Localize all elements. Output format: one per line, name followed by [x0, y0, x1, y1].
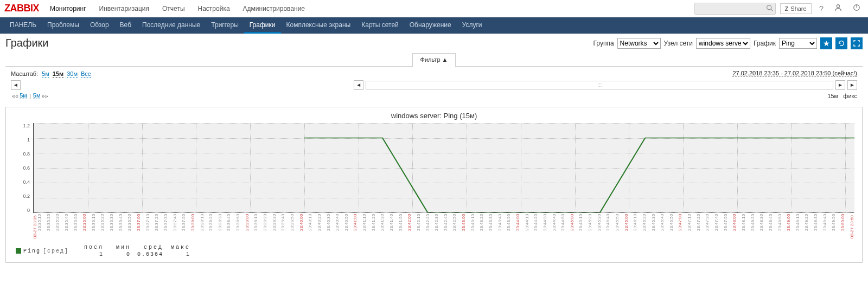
- subnav-item-4[interactable]: Последние данные: [137, 17, 206, 34]
- quick-back-5m[interactable]: 5м: [20, 92, 27, 99]
- user-icon[interactable]: [831, 4, 845, 13]
- scale-opt-15м[interactable]: 15м: [53, 70, 63, 78]
- x-tick: 23:38:10: [200, 214, 209, 238]
- fast-back[interactable]: ««: [12, 93, 18, 99]
- x-tick: 23:46:30: [652, 214, 661, 238]
- help-icon[interactable]: ?: [816, 4, 827, 13]
- filter-toggle[interactable]: Фильтр ▲: [412, 53, 456, 67]
- x-tick: 23:41:00: [353, 214, 362, 238]
- topnav-item-1[interactable]: Инвентаризация: [94, 1, 155, 16]
- x-tick: 23:38:20: [209, 214, 218, 238]
- slider-handle[interactable]: :::: [366, 81, 833, 89]
- legend-col: сред: [131, 244, 163, 251]
- group-select[interactable]: Networks: [617, 38, 661, 49]
- x-tick: 23:44:10: [525, 214, 534, 238]
- graph-select[interactable]: Ping: [779, 38, 817, 49]
- subnav-item-2[interactable]: Обзор: [85, 17, 114, 34]
- x-tick: 23:39:00: [245, 214, 254, 238]
- x-tick: 23:45:20: [588, 214, 597, 238]
- x-tick: 23:48:10: [742, 214, 751, 238]
- plot-area[interactable]: [33, 123, 854, 213]
- x-tick: 23:40:50: [344, 214, 354, 238]
- graph-label: График: [754, 40, 776, 47]
- x-tick: 23:40:10: [308, 214, 317, 238]
- topnav-item-0[interactable]: Мониторинг: [44, 1, 92, 16]
- topnav-item-4[interactable]: Администрирование: [238, 1, 310, 16]
- subnav-item-5[interactable]: Триггеры: [206, 17, 244, 34]
- x-tick: 23:39:40: [281, 214, 290, 238]
- x-tick: 23:37:30: [164, 214, 173, 238]
- subnav-item-8[interactable]: Карты сетей: [356, 17, 404, 34]
- x-tick: 23:49:50: [832, 214, 841, 238]
- group-label: Группа: [593, 40, 614, 47]
- subnav-item-1[interactable]: Проблемы: [42, 17, 85, 34]
- scale-opt-30м[interactable]: 30м: [67, 70, 78, 78]
- x-tick: 23:36:10: [92, 214, 101, 238]
- x-tick: 23:39:20: [263, 214, 272, 238]
- quick-fwd-5m[interactable]: 5м: [33, 92, 41, 99]
- x-tick: 23:40:20: [317, 214, 327, 238]
- x-tick: 23:40:40: [335, 214, 344, 238]
- x-tick: 23:45:30: [597, 214, 607, 238]
- scale-opt-5м[interactable]: 5м: [42, 70, 49, 78]
- x-tick: 23:46:40: [660, 214, 669, 238]
- subnav-item-10[interactable]: Услуги: [457, 17, 488, 34]
- x-tick: 23:39:50: [290, 214, 299, 238]
- slider-right-button[interactable]: ►: [835, 80, 845, 90]
- subnav-item-3[interactable]: Веб: [114, 17, 137, 34]
- share-button[interactable]: Z Share: [780, 3, 812, 14]
- host-label: Узел сети: [664, 40, 693, 47]
- x-tick: 23:49:20: [805, 214, 814, 238]
- scale-label: Масштаб:: [11, 70, 38, 77]
- x-tick: 23:39:30: [272, 214, 282, 238]
- period-info: 15м: [827, 93, 838, 99]
- legend-val: 1: [163, 251, 190, 258]
- x-tick: 23:43:10: [471, 214, 480, 238]
- step-back-button[interactable]: ◄: [11, 80, 21, 90]
- legend-val: 1: [76, 251, 104, 258]
- x-tick: 23:42:10: [417, 214, 426, 238]
- topnav-item-2[interactable]: Отчеты: [157, 1, 190, 16]
- x-tick: 23:48:40: [769, 214, 778, 238]
- host-select[interactable]: windows server: [696, 38, 750, 49]
- y-tick: 0.8: [23, 151, 30, 157]
- search-input[interactable]: [694, 3, 776, 15]
- x-tick: 23:36:30: [110, 214, 119, 238]
- power-icon[interactable]: [850, 4, 864, 13]
- refresh-button[interactable]: [835, 37, 847, 49]
- step-forward-button[interactable]: ►: [847, 80, 857, 90]
- x-end-label: 02-27 23:50: [850, 214, 854, 238]
- subnav-item-0[interactable]: ПАНЕЛЬ: [4, 17, 42, 34]
- subnav-item-7[interactable]: Комплексные экраны: [281, 17, 356, 34]
- x-tick: 23:38:30: [218, 214, 227, 238]
- logo: ZABBIX: [4, 3, 44, 14]
- subnav-item-9[interactable]: Обнаружение: [404, 17, 457, 34]
- x-tick: 23:50:00: [841, 214, 850, 238]
- zabbix-icon: Z: [785, 5, 789, 12]
- x-tick: 23:47:50: [724, 214, 733, 238]
- y-tick: 0.2: [23, 193, 30, 199]
- favorite-button[interactable]: ★: [820, 37, 832, 49]
- x-tick: 23:36:50: [127, 214, 137, 238]
- x-tick: 23:35:20: [47, 214, 56, 238]
- x-tick: 23:37:40: [173, 214, 182, 238]
- x-tick: 23:42:40: [444, 214, 453, 238]
- legend-mode: [сред]: [43, 248, 69, 254]
- x-tick: 23:44:00: [516, 214, 525, 238]
- slider-left-button[interactable]: ◄: [354, 80, 363, 90]
- range-text[interactable]: 27.02.2018 23:35 - 27.02.2018 23:50 (сей…: [732, 70, 857, 77]
- x-tick: 23:49:30: [814, 214, 823, 238]
- range-panel: Масштаб: 5м15м30мВсе 27.02.2018 23:35 - …: [5, 67, 863, 105]
- x-tick: 23:35:40: [65, 214, 74, 238]
- sub-nav: ПАНЕЛЬПроблемыОбзорВебПоследние данныеТр…: [0, 17, 868, 34]
- fullscreen-button[interactable]: [851, 37, 863, 49]
- topnav-item-3[interactable]: Настройка: [193, 1, 235, 16]
- x-tick: 23:39:10: [254, 214, 263, 238]
- fast-fwd[interactable]: »»: [41, 93, 48, 99]
- x-tick: 23:45:50: [615, 214, 624, 238]
- page-header: Графики Группа Networks Узел сети window…: [0, 34, 868, 53]
- subnav-item-6[interactable]: Графики: [244, 17, 281, 34]
- chart-title: windows server: Ping (15м): [14, 112, 854, 120]
- scale-opt-Все[interactable]: Все: [81, 70, 91, 78]
- svg-point-0: [767, 5, 771, 9]
